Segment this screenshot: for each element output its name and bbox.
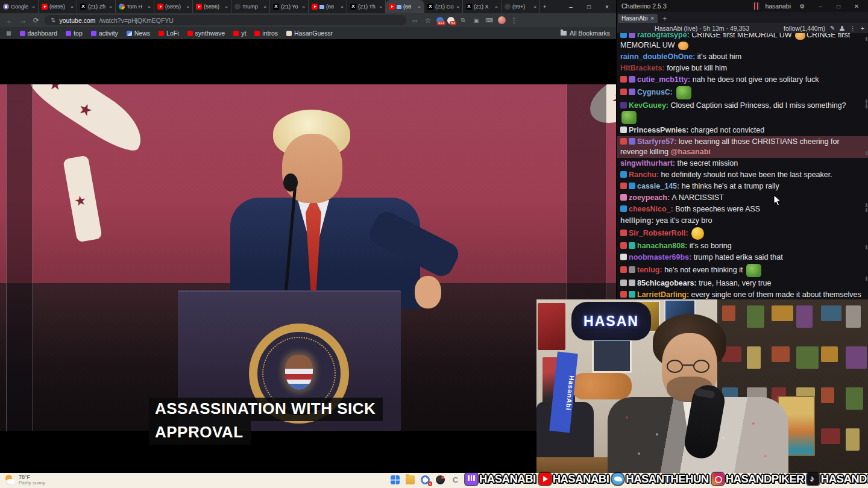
bookmark-dashboard[interactable]: dashboard [20,30,58,37]
close-button[interactable]: × [598,4,616,10]
tab-close-icon[interactable]: × [32,4,35,10]
url-bar[interactable]: ⇅ youtube.com/watch?v=pHjQKmEQFYU [45,15,406,25]
chat-username[interactable]: noobmaster69bs: [629,253,694,261]
chat-message[interactable]: cheesNico_: Both speeches were ASS [620,204,865,215]
chatterino-maximize-button[interactable]: □ [832,3,845,10]
chat-message[interactable]: Ranchu: he definitely should not have be… [620,169,865,181]
viewer-list-icon[interactable] [840,26,844,31]
chat-username[interactable]: tenlug: [637,266,664,274]
extensions-puzzle-icon[interactable]: ⧉ [458,17,468,23]
browser-tab[interactable]: (68× [386,0,424,13]
chat-username[interactable]: rainn_doubleOhOne: [620,52,697,61]
tab-close-icon[interactable]: × [379,4,382,10]
chat-username[interactable]: cutie_mcb1tty: [637,75,693,84]
weather-widget[interactable]: 78°F Partly sunny [5,474,45,486]
taskbar-clock-icon[interactable]: 4 [421,475,430,484]
minimize-button[interactable]: – [562,4,580,10]
extension-icon-blue[interactable]: 413 [436,17,444,24]
browser-tab[interactable]: Google× [0,0,39,13]
reload-icon[interactable]: ⟳ [31,16,41,25]
chat-message[interactable]: PrincessPwnies: charged not convicted [620,125,865,136]
chat-mention[interactable]: @hasanabi [670,148,710,156]
chat-username[interactable]: singwithurhart: [620,159,677,167]
add-split-icon[interactable]: + [861,25,864,32]
chat-username[interactable]: 85chicagobears: [637,279,699,287]
bookmark-yt[interactable]: yt [233,30,246,37]
chat-message[interactable]: hanachan808: it's so boring [620,240,865,252]
tab-close-icon[interactable]: × [341,4,344,10]
chat-username[interactable]: hanachan808: [637,242,690,250]
browser-tab[interactable]: (21) Th× [347,0,386,13]
tab-close-icon[interactable]: × [109,4,112,10]
tab-close-icon[interactable]: × [456,4,459,10]
bookmark-activity[interactable]: activity [91,30,118,37]
chat-message[interactable]: helllping: yea it's crazy bro [620,215,865,227]
site-info-icon[interactable]: ⇅ [51,17,55,23]
chat-username[interactable]: ratdogfatsype: [637,33,691,39]
tab-close-icon[interactable]: × [533,4,536,10]
chat-username[interactable]: KevGuuey: [629,101,670,110]
taskbar-explorer-icon[interactable] [406,475,415,484]
tab-hasanabi[interactable]: HasanAbi× [618,14,658,23]
tab-close-icon[interactable]: × [495,4,498,10]
new-chat-tab-button[interactable]: + [659,14,670,23]
tab-close-icon[interactable]: × [418,4,421,10]
browser-tab[interactable]: (21) Zh× [77,0,116,13]
extension-icon-light[interactable]: 52 [447,17,454,24]
settings-gear-icon[interactable]: ⚙ [796,3,809,10]
chat-username[interactable]: cassie_145: [637,182,682,190]
taskbar-c-app-icon[interactable]: C [451,475,460,484]
bookmark-synthwave[interactable]: synthwave [187,30,225,37]
back-icon[interactable]: ← [5,16,14,25]
chat-message[interactable]: KevGuuey: Closed Caption said Princess, … [620,100,865,125]
browser-menu-icon[interactable]: ⋮ [509,16,519,25]
bookmark-news[interactable]: News [127,30,150,37]
chat-message[interactable]: zoeypeach: A NARCISSIST [620,192,865,204]
account-avatar-icon[interactable] [752,2,760,10]
tab-close-icon[interactable]: × [148,4,151,10]
chat-message[interactable]: noobmaster69bs: trump hated erika said t… [620,252,865,263]
browser-tab[interactable]: (21) Go× [424,0,463,13]
chat-menu-icon[interactable]: ⋮ [849,25,856,32]
browser-tab[interactable]: Trump× [231,0,270,13]
tab-close-icon[interactable]: × [263,4,266,10]
browser-tab[interactable]: (21) X× [463,0,502,13]
chat-message[interactable]: ratdogfatsype: CRINGE first MEMORIAL UW … [620,33,865,51]
chat-username[interactable]: cheesNico_: [629,205,675,213]
chat-message[interactable]: rainn_doubleOhOne: it's about him [620,51,865,63]
edit-pencil-icon[interactable]: ✎ [830,25,835,31]
chat-username[interactable]: HitBrackets: [620,64,667,72]
bookmark-top[interactable]: top [66,30,83,37]
browser-tab[interactable]: (6895)× [154,0,193,13]
tab-close-icon[interactable]: × [186,4,189,10]
chat-message[interactable]: Sir_RobsterRoll: [620,227,865,240]
tab-close-icon[interactable]: × [71,4,74,10]
chat-username[interactable]: helllping: [620,216,656,225]
all-bookmarks-button[interactable]: All Bookmarks [561,30,610,37]
chat-message[interactable]: tenlug: he's not even thinking it [620,263,865,278]
bookmark-lofi[interactable]: LoFi [159,30,178,37]
chat-message[interactable]: cassie_145: he thinks he's at a trump ra… [620,181,865,192]
account-name[interactable]: hasanabi [765,2,791,10]
youtube-video-player[interactable]: ★ ★ ★ ★ [0,39,616,473]
taskbar-start-icon[interactable] [391,475,400,484]
bookmark-star-icon[interactable]: ☆ [423,16,433,25]
chat-message[interactable]: CygnusC: [620,86,865,100]
tab-close-icon[interactable]: × [225,4,228,10]
tab-close-icon[interactable]: × [302,4,305,10]
chat-username[interactable]: Starfyre57: [637,137,679,146]
new-tab-button[interactable]: + [540,0,551,13]
chat-username[interactable]: Sir_RobsterRoll: [629,229,690,237]
forward-icon[interactable]: → [18,16,28,25]
chatterino-close-button[interactable]: ✕ [850,3,863,10]
bookmark-hasanguessr[interactable]: HasanGuessr [286,30,333,37]
chat-message-highlighted[interactable]: Starfyre57: love hearing all those CHRIS… [617,136,868,158]
chat-username[interactable]: PrincessPwnies: [629,126,691,134]
apps-grid-icon[interactable]: ▦ [6,30,11,36]
tab-capture-icon[interactable]: ▣ [471,17,481,23]
browser-tab[interactable]: (21) Yo× [270,0,309,13]
chat-message[interactable]: singwithurhart: the secret mission [620,158,865,169]
chat-username[interactable]: CygnusC: [637,88,675,96]
browser-tab[interactable]: (5896)× [193,0,231,13]
browser-tab[interactable]: (6895)× [39,0,77,13]
